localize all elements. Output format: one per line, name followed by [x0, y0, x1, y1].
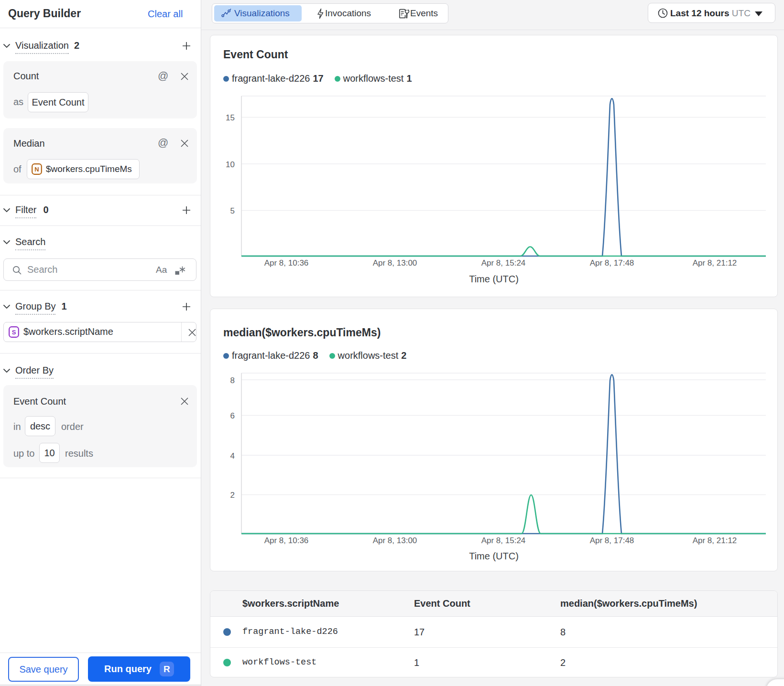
svg-text:N: N — [34, 166, 39, 173]
svg-text:8: 8 — [230, 376, 235, 385]
svg-text:S: S — [12, 329, 16, 336]
svg-text:15: 15 — [226, 113, 235, 122]
svg-text:Apr 8, 13:00: Apr 8, 13:00 — [373, 536, 417, 545]
svg-text:Apr 8, 17:48: Apr 8, 17:48 — [590, 536, 634, 545]
svg-text:6: 6 — [230, 411, 235, 420]
svg-text:10: 10 — [226, 160, 235, 169]
svg-text:Apr 8, 10:36: Apr 8, 10:36 — [264, 258, 309, 268]
svg-text:Apr 8, 17:48: Apr 8, 17:48 — [590, 258, 634, 268]
svg-text:Apr 8, 13:00: Apr 8, 13:00 — [373, 258, 417, 268]
svg-text:Apr 8, 15:24: Apr 8, 15:24 — [481, 536, 526, 545]
svg-text:2: 2 — [230, 491, 235, 500]
svg-text:Apr 8, 15:24: Apr 8, 15:24 — [481, 258, 526, 268]
svg-text:Apr 8, 21:12: Apr 8, 21:12 — [693, 258, 737, 268]
svg-text:Time (UTC): Time (UTC) — [469, 274, 519, 284]
svg-text:4: 4 — [230, 451, 235, 461]
svg-text:Apr 8, 10:36: Apr 8, 10:36 — [264, 536, 309, 545]
svg-text:Apr 8, 21:12: Apr 8, 21:12 — [693, 536, 737, 545]
svg-text:Time (UTC): Time (UTC) — [469, 551, 519, 561]
svg-text:5: 5 — [230, 206, 235, 215]
